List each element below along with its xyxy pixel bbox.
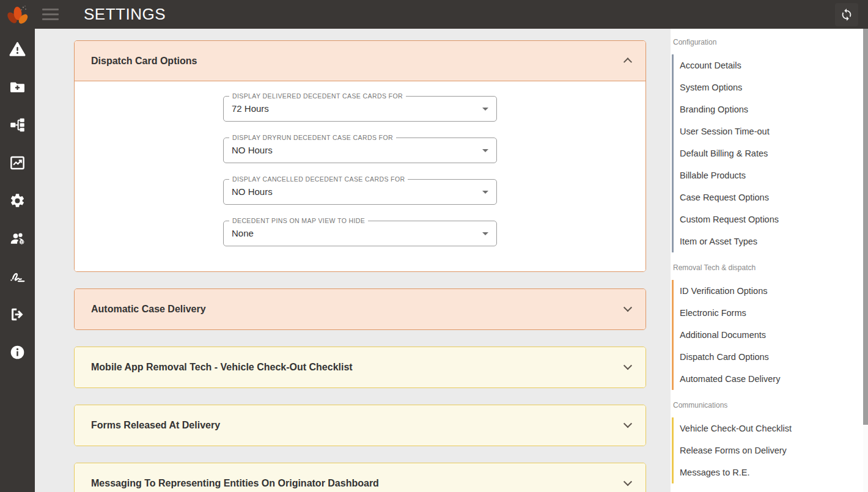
select-display-dryrun-cards[interactable]: DISPLAY DRYRUN DECEDENT CASE CARDS FOR N…: [223, 138, 497, 163]
alert-triangle-icon: [9, 41, 26, 57]
users-gear-icon: [9, 230, 26, 247]
nav-item-system-options[interactable]: System Options: [674, 76, 863, 98]
nav-group-removal-tech: ID Verification Options Electronic Forms…: [672, 280, 863, 390]
panel-vehicle-checkout-checklist: Mobile App Removal Tech - Vehicle Check-…: [74, 347, 646, 388]
panel-title: Dispatch Card Options: [91, 56, 197, 67]
select-display-cancelled-cards[interactable]: DISPLAY CANCELLED DECEDENT CASE CARDS FO…: [223, 179, 497, 205]
settings-content: Dispatch Card Options DISPLAY DELIVERED …: [35, 29, 671, 492]
panel-title: Forms Released At Delivery: [91, 420, 220, 431]
panel-forms-released-at-delivery: Forms Released At Delivery: [74, 405, 646, 446]
panel-automatic-case-delivery: Automatic Case Delivery: [74, 288, 646, 330]
nav-section-communications: Communications: [673, 400, 863, 410]
field-label: DISPLAY DRYRUN DECEDENT CASE CARDS FOR: [229, 134, 396, 141]
chevron-down-icon: [623, 477, 632, 486]
sidebar-item-logout[interactable]: [0, 295, 35, 333]
sidebar-item-workflow[interactable]: [0, 106, 35, 144]
panel-title: Automatic Case Delivery: [91, 304, 206, 315]
app-logo[interactable]: [0, 0, 35, 29]
panel-header-forms-released-at-delivery[interactable]: Forms Released At Delivery: [75, 405, 645, 446]
panel-messaging-representing-entities: Messaging To Representing Entities On Or…: [74, 463, 646, 492]
panel-header-dispatch-card-options[interactable]: Dispatch Card Options: [75, 41, 645, 81]
page-scrollbar-thumb[interactable]: [863, 29, 868, 425]
dropdown-arrow-icon: [482, 191, 488, 194]
sidebar-item-alerts[interactable]: [0, 30, 35, 68]
nav-group-configuration: Account Details System Options Branding …: [672, 54, 863, 252]
nav-item-additional-documents[interactable]: Additional Documents: [674, 324, 863, 346]
dropdown-arrow-icon: [482, 149, 488, 152]
nav-item-billable-products[interactable]: Billable Products: [674, 164, 863, 186]
panel-header-vehicle-checkout-checklist[interactable]: Mobile App Removal Tech - Vehicle Check-…: [75, 347, 645, 387]
field-label: DECEDENT PINS ON MAP VIEW TO HIDE: [229, 217, 368, 224]
nav-section-removal-tech: Removal Tech & dispatch: [673, 263, 863, 273]
nav-item-item-or-asset-types[interactable]: Item or Asset Types: [674, 230, 863, 252]
nav-section-configuration: Configuration: [673, 37, 863, 47]
chevron-down-icon: [623, 419, 632, 428]
nav-item-messages-to-re[interactable]: Messages to R.E.: [674, 461, 863, 483]
nav-group-communications: Vehicle Check-Out Checklist Release Form…: [672, 417, 863, 483]
panel-dispatch-card-options: Dispatch Card Options DISPLAY DELIVERED …: [74, 40, 646, 272]
folder-add-icon: [9, 79, 26, 95]
workflow-hierarchy-icon: [9, 117, 26, 133]
select-display-delivered-cards[interactable]: DISPLAY DELIVERED DECEDENT CASE CARDS FO…: [223, 96, 497, 122]
dropdown-arrow-icon: [482, 232, 488, 235]
chevron-down-icon: [623, 303, 632, 312]
settings-nav: Configuration Account Details System Opt…: [671, 29, 863, 492]
left-icon-rail: [0, 29, 35, 492]
hamburger-menu-icon[interactable]: [40, 4, 68, 26]
settings-page: SETTINGS: [0, 0, 868, 492]
nav-item-vehicle-checkout-checklist[interactable]: Vehicle Check-Out Checklist: [674, 417, 863, 439]
nav-item-release-forms-on-delivery[interactable]: Release Forms on Delivery: [674, 439, 863, 461]
chevron-up-icon: [623, 57, 632, 66]
field-label: DISPLAY DELIVERED DECEDENT CASE CARDS FO…: [229, 92, 406, 100]
logout-icon: [9, 306, 26, 323]
dropdown-arrow-icon: [482, 108, 488, 111]
refresh-button[interactable]: [835, 3, 858, 26]
sidebar-item-new-case[interactable]: [0, 68, 35, 106]
chart-trend-icon: [9, 155, 26, 171]
signature-icon: [9, 268, 26, 285]
nav-item-branding-options[interactable]: Branding Options: [674, 98, 863, 120]
nav-item-case-request-options[interactable]: Case Request Options: [674, 186, 863, 208]
nav-item-account-details[interactable]: Account Details: [674, 54, 863, 76]
nav-item-dispatch-card-options[interactable]: Dispatch Card Options: [674, 346, 863, 368]
sidebar-item-users[interactable]: [0, 219, 35, 257]
page-scrollbar-track[interactable]: [863, 29, 868, 492]
nav-item-automated-case-delivery[interactable]: Automated Case Delivery: [674, 368, 863, 390]
panel-body-dispatch-card-options: DISPLAY DELIVERED DECEDENT CASE CARDS FO…: [75, 81, 645, 271]
panel-title: Messaging To Representing Entities On Or…: [91, 478, 379, 489]
page-title: SETTINGS: [84, 5, 166, 24]
settings-gear-icon: [9, 193, 26, 209]
panel-title: Mobile App Removal Tech - Vehicle Check-…: [91, 362, 353, 373]
app-bar: SETTINGS: [0, 0, 868, 29]
nav-item-id-verification-options[interactable]: ID Verification Options: [674, 280, 863, 302]
brand-leaves-logo: [5, 2, 31, 27]
info-icon: [9, 344, 26, 361]
nav-item-user-session-timeout[interactable]: User Session Time-out: [674, 120, 863, 142]
field-label: DISPLAY CANCELLED DECEDENT CASE CARDS FO…: [229, 175, 408, 183]
nav-item-electronic-forms[interactable]: Electronic Forms: [674, 302, 863, 324]
sidebar-item-settings[interactable]: [0, 182, 35, 219]
panel-header-messaging-representing-entities[interactable]: Messaging To Representing Entities On Or…: [75, 463, 645, 492]
select-decedent-pins-hide[interactable]: DECEDENT PINS ON MAP VIEW TO HIDE None: [223, 221, 497, 246]
sidebar-item-signature[interactable]: [0, 257, 35, 295]
sidebar-item-reports[interactable]: [0, 144, 35, 182]
panel-header-automatic-case-delivery[interactable]: Automatic Case Delivery: [75, 289, 645, 329]
chevron-down-icon: [623, 361, 632, 370]
nav-item-default-billing-rates[interactable]: Default Billing & Rates: [674, 142, 863, 164]
sidebar-item-info[interactable]: [0, 333, 35, 371]
nav-item-custom-request-options[interactable]: Custom Request Options: [674, 208, 863, 230]
refresh-sync-icon: [840, 8, 853, 21]
